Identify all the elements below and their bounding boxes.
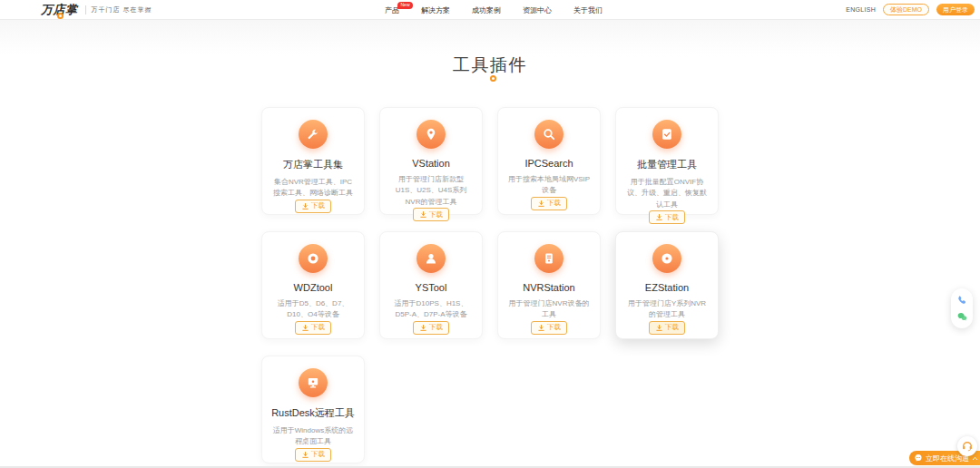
nvr-device-icon [534, 244, 564, 273]
tool-card: WDZtool 适用于D5、D6、D7、D10、O4等设备 下载 [261, 231, 365, 339]
demo-button[interactable]: 体验DEMO [883, 4, 929, 15]
tool-description: 集合NVR管理工具、IPC搜索工具、网络诊断工具 [270, 177, 356, 200]
logo-ring-icon [57, 13, 64, 19]
contact-float-widget [951, 288, 973, 328]
tool-description: 用于搜索本地局域网VSIP设备 [506, 174, 592, 197]
tool-card: RustDesk远程工具 适用于Windows系统的远程桌面工具 下载 [261, 356, 365, 463]
search-icon [534, 120, 564, 149]
download-arrow-icon [655, 213, 663, 221]
phone-icon[interactable] [956, 295, 968, 307]
download-arrow-icon [419, 324, 427, 332]
monitor-icon [299, 368, 328, 397]
location-camera-icon [416, 120, 446, 149]
download-button[interactable]: 下载 [649, 210, 685, 224]
tool-description: 用于管理门店Y系列NVR的管理工具 [624, 298, 710, 321]
tool-title: YSTool [416, 282, 447, 293]
title-ornament-ring-icon [490, 75, 496, 82]
nav-item-5[interactable]: 关于我们 [573, 5, 603, 15]
download-button[interactable]: 下载 [531, 197, 567, 210]
tool-title: NVRStation [523, 282, 574, 293]
tool-title: 批量管理工具 [637, 158, 697, 171]
nav-item-4[interactable]: 资源中心 [523, 5, 552, 15]
nav-item-1[interactable]: 产品 New [385, 5, 399, 15]
language-switch[interactable]: ENGLISH [846, 6, 876, 13]
chat-bubble-icon [914, 453, 923, 463]
tool-title: RustDesk远程工具 [271, 406, 355, 420]
download-arrow-icon [301, 324, 309, 332]
tool-card: 批量管理工具 用于批量配置ONVIF协议、升级、重启、恢复默认工具 下载 [615, 107, 719, 215]
download-button[interactable]: 下载 [295, 448, 331, 462]
person-icon [416, 244, 446, 273]
main-nav: 产品 New 解决方案 成功案例 资源中心 关于我们 [385, 0, 603, 20]
tool-title: WDZtool [294, 282, 333, 293]
disc-icon [652, 244, 681, 273]
headset-icon[interactable] [957, 436, 977, 456]
download-arrow-icon [419, 210, 427, 219]
page-title: 工具插件 [453, 54, 527, 77]
download-arrow-icon [301, 451, 309, 459]
tool-title: VStation [412, 158, 450, 169]
section-title-wrap: 工具插件 [0, 20, 980, 107]
download-button[interactable]: 下载 [295, 321, 331, 335]
top-nav-bar: 万店掌 万千门店 尽在掌握 产品 New 解决方案 成功案例 资源中心 关于我们… [0, 0, 980, 20]
tools-grid: 万店掌工具集 集合NVR管理工具、IPC搜索工具、网络诊断工具 下载 VStat… [261, 107, 719, 463]
tool-description: 适用于D5、D6、D7、D10、O4等设备 [270, 298, 356, 321]
tool-description: 用于批量配置ONVIF协议、升级、重启、恢复默认工具 [624, 177, 710, 210]
logo-divider [85, 5, 86, 15]
tool-description: 适用于Windows系统的远程桌面工具 [270, 425, 356, 448]
download-button[interactable]: 下载 [649, 321, 685, 335]
wechat-icon[interactable] [956, 311, 968, 323]
tool-card: VStation 用于管理门店新款型U1S、U2S、U4S系列NVR的管理工具 … [379, 107, 483, 215]
download-arrow-icon [655, 324, 663, 332]
tool-description: 用于管理门店NVR设备的工具 [506, 298, 592, 321]
tool-title: EZStation [645, 282, 689, 293]
download-arrow-icon [537, 324, 545, 332]
brand-logo[interactable]: 万店掌 万千门店 尽在掌握 [41, 2, 152, 18]
new-badge: New [397, 2, 413, 9]
download-button[interactable]: 下载 [413, 321, 449, 335]
header-actions: ENGLISH 体验DEMO 用户登录 [846, 4, 975, 15]
tool-title: IPCSearch [524, 158, 573, 169]
wrench-icon [299, 120, 328, 149]
tool-description: 适用于D10PS、H1S、D5P-A、D7P-A等设备 [388, 298, 474, 321]
lens-icon [299, 244, 328, 273]
tool-card: YSTool 适用于D10PS、H1S、D5P-A、D7P-A等设备 下载 [379, 231, 483, 339]
download-button[interactable]: 下载 [295, 200, 331, 213]
collapse-caret-icon[interactable] [972, 455, 978, 462]
nav-item-2[interactable]: 解决方案 [421, 5, 450, 15]
tool-card: 万店掌工具集 集合NVR管理工具、IPC搜索工具、网络诊断工具 下载 [261, 107, 365, 215]
tool-title: 万店掌工具集 [283, 158, 343, 171]
download-arrow-icon [537, 200, 545, 208]
checklist-icon [652, 120, 681, 149]
download-arrow-icon [301, 202, 309, 210]
nav-item-3[interactable]: 成功案例 [472, 5, 501, 15]
login-button[interactable]: 用户登录 [936, 4, 975, 15]
tool-card: IPCSearch 用于搜索本地局域网VSIP设备 下载 [497, 107, 601, 215]
tool-description: 用于管理门店新款型U1S、U2S、U4S系列NVR的管理工具 [388, 174, 474, 208]
tool-card: NVRStation 用于管理门店NVR设备的工具 下载 [497, 231, 601, 339]
tool-card: EZStation 用于管理门店Y系列NVR的管理工具 下载 [615, 231, 719, 339]
brand-tagline: 万千门店 尽在掌握 [92, 5, 152, 15]
download-button[interactable]: 下载 [413, 208, 449, 221]
download-button[interactable]: 下载 [531, 321, 567, 335]
tools-section: 工具插件 万店掌工具集 集合NVR管理工具、IPC搜索工具、网络诊断工具 下载 … [0, 20, 980, 468]
